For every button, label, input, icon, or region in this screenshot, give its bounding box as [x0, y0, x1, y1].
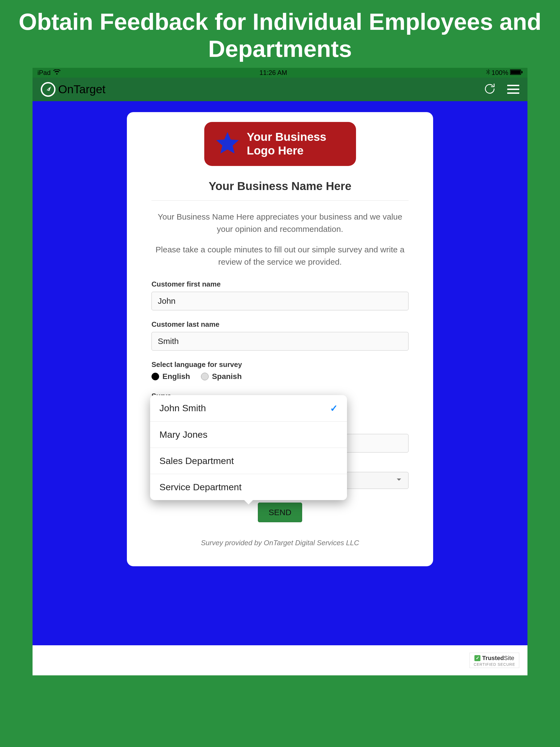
last-name-label: Customer last name	[152, 320, 408, 329]
chevron-down-icon	[396, 476, 402, 485]
first-name-input[interactable]	[152, 292, 408, 310]
sync-icon[interactable]	[483, 82, 496, 97]
page-title: Obtain Feedback for Individual Employees…	[0, 0, 560, 68]
business-logo-placeholder: Your Business Logo Here	[204, 122, 356, 166]
trustedsite-sub: CERTIFIED SECURE	[474, 662, 515, 667]
first-name-label: Customer first name	[152, 280, 408, 288]
provided-by-text: Survey provided by OnTarget Digital Serv…	[152, 539, 408, 547]
language-label: Select language for survey	[152, 360, 408, 369]
arrow-circle-icon	[41, 82, 55, 97]
battery-icon	[510, 69, 523, 77]
dropdown-option-mary-jones[interactable]: Mary Jones	[150, 422, 347, 448]
svg-rect-1	[510, 70, 520, 74]
dropdown-option-sales-dept[interactable]: Sales Department	[150, 448, 347, 474]
app-bar: OnTarget	[32, 78, 528, 101]
dropdown-option-service-dept[interactable]: Service Department	[150, 474, 347, 500]
device-frame: iPad 11:26 AM 100% OnTarget	[32, 68, 528, 675]
clock-label: 11:26 AM	[259, 69, 287, 77]
radio-spanish[interactable]: Spanish	[201, 372, 242, 381]
wifi-icon	[53, 69, 60, 77]
radio-english-label: English	[162, 372, 190, 381]
check-badge-icon: ✓	[475, 655, 480, 661]
bluetooth-icon	[486, 69, 490, 77]
business-name-heading: Your Business Name Here	[152, 180, 408, 201]
trustedsite-badge[interactable]: ✓ TrustedSite CERTIFIED SECURE	[469, 653, 519, 668]
intro-text-1: Your Business Name Here appreciates your…	[152, 210, 408, 235]
battery-pct-label: 100%	[492, 69, 508, 77]
logo-text: Your Business Logo Here	[247, 130, 327, 158]
dropdown-option-label: Mary Jones	[159, 429, 207, 440]
content-area: Your Business Logo Here Your Business Na…	[32, 101, 528, 675]
dropdown-option-john-smith[interactable]: John Smith ✓	[150, 395, 347, 422]
last-name-input[interactable]	[152, 332, 408, 351]
star-icon	[215, 131, 240, 157]
trustedsite-text: TrustedSite	[482, 654, 514, 662]
check-icon: ✓	[330, 403, 338, 414]
assisted-by-dropdown: John Smith ✓ Mary Jones Sales Department…	[150, 395, 347, 500]
dropdown-option-label: Service Department	[159, 482, 241, 492]
radio-dot-unselected-icon	[201, 373, 209, 380]
intro-text-2: Please take a couple minutes to fill out…	[152, 243, 408, 268]
footer-bar: ✓ TrustedSite CERTIFIED SECURE	[32, 645, 528, 675]
app-brand[interactable]: OnTarget	[41, 82, 105, 97]
radio-dot-selected-icon	[152, 373, 159, 380]
device-label: iPad	[37, 69, 51, 77]
app-brand-text: OnTarget	[58, 83, 105, 96]
language-radio-group: English Spanish	[152, 372, 408, 381]
radio-spanish-label: Spanish	[212, 372, 242, 381]
hamburger-menu-icon[interactable]	[507, 85, 519, 94]
svg-rect-2	[521, 71, 523, 73]
dropdown-option-label: Sales Department	[159, 456, 234, 466]
radio-english[interactable]: English	[152, 372, 190, 381]
status-bar: iPad 11:26 AM 100%	[32, 68, 528, 78]
dropdown-option-label: John Smith	[159, 403, 206, 413]
send-button[interactable]: SEND	[258, 503, 302, 522]
